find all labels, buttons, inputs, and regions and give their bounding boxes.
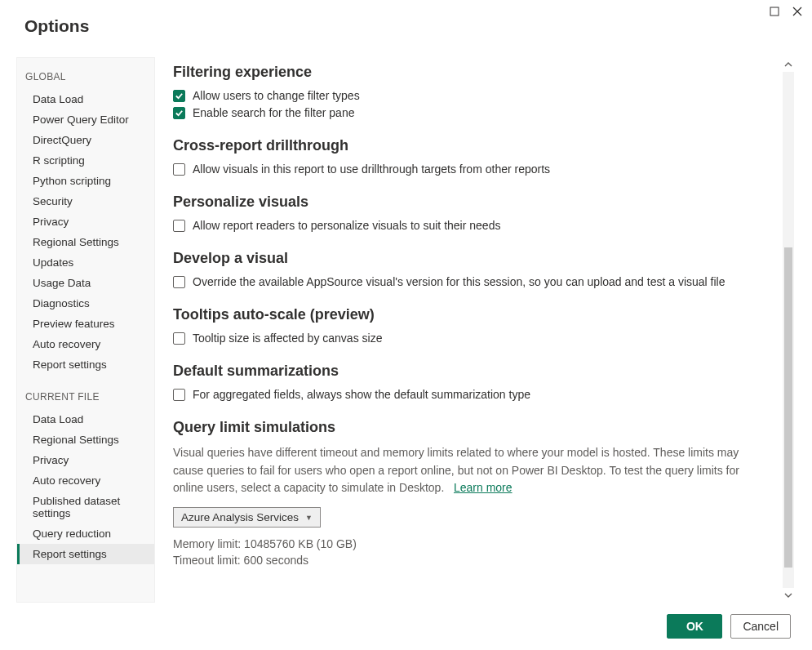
sidebar-item-diagnostics[interactable]: Diagnostics bbox=[17, 293, 154, 314]
sidebar-item-security[interactable]: Security bbox=[17, 191, 154, 211]
scroll-up-arrow[interactable] bbox=[781, 57, 796, 72]
scroll-track[interactable] bbox=[783, 72, 794, 588]
checkbox-override-appsource-visual[interactable] bbox=[173, 276, 185, 288]
sidebar-header-current-file: CURRENT FILE bbox=[17, 390, 154, 409]
sidebar-item-directquery[interactable]: DirectQuery bbox=[17, 130, 154, 150]
sidebar-item-privacy-global[interactable]: Privacy bbox=[17, 211, 154, 232]
label-tooltip-canvas-size: Tooltip size is affected by canvas size bbox=[193, 332, 382, 345]
sidebar-item-privacy-current[interactable]: Privacy bbox=[17, 450, 154, 470]
label-override-appsource-visual: Override the available AppSource visual'… bbox=[193, 275, 725, 288]
checkbox-tooltip-canvas-size[interactable] bbox=[173, 332, 185, 345]
close-button[interactable] bbox=[791, 5, 804, 18]
svg-rect-0 bbox=[770, 7, 779, 16]
sidebar-item-report-settings-global[interactable]: Report settings bbox=[17, 354, 154, 375]
sidebar-item-regional-settings-current[interactable]: Regional Settings bbox=[17, 430, 154, 450]
maximize-button[interactable] bbox=[768, 5, 781, 18]
capacity-dropdown-value: Azure Analysis Services bbox=[181, 511, 299, 523]
label-allow-change-filter-types: Allow users to change filter types bbox=[193, 89, 360, 102]
sidebar-item-auto-recovery-global[interactable]: Auto recovery bbox=[17, 334, 154, 354]
sidebar-item-usage-data[interactable]: Usage Data bbox=[17, 273, 154, 293]
memory-limit-text: Memory limit: 10485760 KB (10 GB) bbox=[173, 537, 765, 550]
sidebar: GLOBAL Data Load Power Query Editor Dire… bbox=[16, 57, 155, 603]
sidebar-item-data-load-current[interactable]: Data Load bbox=[17, 409, 154, 430]
sidebar-item-updates[interactable]: Updates bbox=[17, 252, 154, 273]
sidebar-item-published-dataset-settings[interactable]: Published dataset settings bbox=[17, 491, 154, 523]
sidebar-item-power-query-editor[interactable]: Power Query Editor bbox=[17, 109, 154, 130]
checkbox-default-summarization[interactable] bbox=[173, 389, 185, 401]
label-allow-drillthrough-targets: Allow visuals in this report to use dril… bbox=[193, 162, 550, 176]
learn-more-link[interactable]: Learn more bbox=[454, 481, 512, 494]
checkbox-allow-personalize-visuals[interactable] bbox=[173, 220, 185, 232]
sidebar-item-regional-settings-global[interactable]: Regional Settings bbox=[17, 232, 154, 252]
sidebar-item-preview-features[interactable]: Preview features bbox=[17, 314, 154, 334]
heading-develop-visual: Develop a visual bbox=[173, 250, 765, 267]
sidebar-header-global: GLOBAL bbox=[17, 69, 154, 89]
dialog-title: Options bbox=[24, 16, 89, 36]
timeout-limit-text: Timeout limit: 600 seconds bbox=[173, 554, 765, 567]
content-pane: Filtering experience Allow users to chan… bbox=[155, 57, 781, 603]
sidebar-item-data-load-global[interactable]: Data Load bbox=[17, 89, 154, 109]
checkbox-allow-drillthrough-targets[interactable] bbox=[173, 163, 185, 176]
label-default-summarization: For aggregated fields, always show the d… bbox=[193, 388, 530, 401]
capacity-dropdown[interactable]: Azure Analysis Services ▼ bbox=[173, 507, 321, 528]
heading-filtering-experience: Filtering experience bbox=[173, 64, 765, 81]
checkbox-enable-search-filter-pane[interactable] bbox=[173, 107, 185, 119]
label-allow-personalize-visuals: Allow report readers to personalize visu… bbox=[193, 219, 500, 232]
heading-tooltips-auto-scale: Tooltips auto-scale (preview) bbox=[173, 306, 765, 323]
chevron-down-icon: ▼ bbox=[305, 514, 313, 522]
heading-personalize-visuals: Personalize visuals bbox=[173, 194, 765, 211]
label-enable-search-filter-pane: Enable search for the filter pane bbox=[193, 106, 354, 119]
cancel-button[interactable]: Cancel bbox=[730, 614, 791, 639]
vertical-scrollbar[interactable] bbox=[781, 57, 796, 603]
sidebar-item-r-scripting[interactable]: R scripting bbox=[17, 150, 154, 171]
sidebar-item-report-settings-current[interactable]: Report settings bbox=[17, 544, 154, 564]
scroll-thumb[interactable] bbox=[784, 247, 792, 568]
heading-query-limit-simulations: Query limit simulations bbox=[173, 419, 765, 436]
sidebar-item-python-scripting[interactable]: Python scripting bbox=[17, 171, 154, 191]
query-limit-description: Visual queries have different timeout an… bbox=[173, 444, 765, 497]
scroll-down-arrow[interactable] bbox=[781, 588, 796, 603]
sidebar-item-auto-recovery-current[interactable]: Auto recovery bbox=[17, 470, 154, 491]
heading-cross-report-drillthrough: Cross-report drillthrough bbox=[173, 137, 765, 154]
checkbox-allow-change-filter-types[interactable] bbox=[173, 90, 185, 102]
sidebar-item-query-reduction[interactable]: Query reduction bbox=[17, 523, 154, 544]
heading-default-summarizations: Default summarizations bbox=[173, 363, 765, 380]
ok-button[interactable]: OK bbox=[667, 614, 722, 639]
